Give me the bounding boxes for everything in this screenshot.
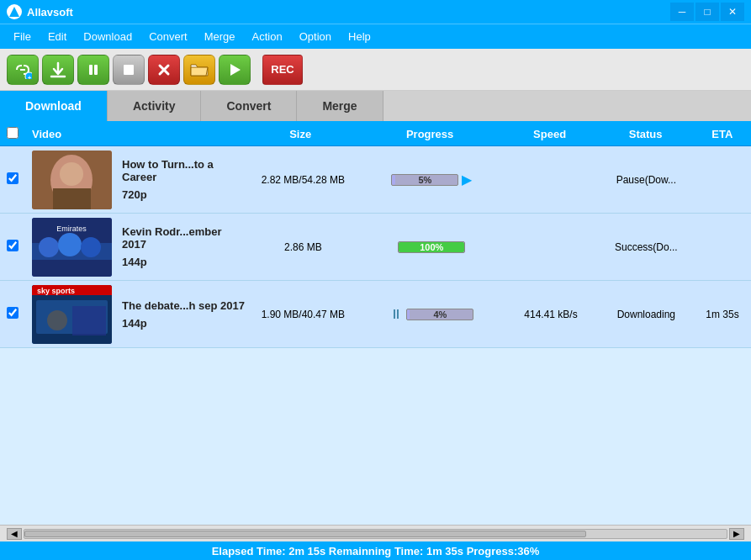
row-1-progress: 5% ▶	[360, 172, 503, 188]
convert-button[interactable]	[219, 55, 251, 85]
menu-edit[interactable]: Edit	[40, 27, 75, 46]
row-1-progress-label: 5%	[392, 175, 457, 185]
download-button[interactable]	[42, 55, 74, 85]
row-1-quality: 720p	[122, 188, 246, 201]
row-3-checkbox[interactable]	[7, 307, 19, 319]
row-3-info: The debate...h sep 2017 144p	[119, 299, 246, 330]
svg-point-17	[39, 237, 59, 257]
scroll-left-button[interactable]: ◀	[7, 528, 22, 540]
row-1-status: Pause(Dow...	[599, 174, 694, 186]
row-3-speed: 414.41 kB/s	[503, 309, 598, 320]
app-icon	[7, 4, 22, 19]
row-3-progress: ⏸ 4%	[360, 307, 503, 322]
horizontal-scrollbar: ◀ ▶	[0, 525, 751, 542]
pause-button[interactable]	[77, 55, 109, 85]
table-row: sky sports The debate...h sep 2017 144p …	[0, 281, 751, 348]
svg-marker-10	[230, 64, 241, 76]
header-eta: ETA	[694, 128, 751, 140]
row-2-progress: 100%	[360, 241, 503, 253]
row-3-thumbnail: sky sports	[32, 285, 112, 344]
delete-button[interactable]	[148, 55, 180, 85]
row-1-play-icon: ▶	[462, 172, 472, 188]
row-1-title: How to Turn...to a Career	[122, 158, 246, 183]
row-1-info: How to Turn...to a Career 720p	[119, 158, 246, 201]
record-button[interactable]: REC	[262, 55, 303, 85]
select-all-checkbox[interactable]	[7, 127, 19, 139]
scroll-thumb[interactable]	[24, 531, 586, 537]
header-size: Size	[243, 128, 358, 140]
row-2-progress-bar: 100%	[398, 241, 465, 253]
menu-convert[interactable]: Convert	[140, 27, 196, 46]
row-2-thumbnail: Emirates	[32, 218, 112, 277]
menu-bar: File Edit Download Convert Merge Action …	[0, 24, 751, 49]
minimize-button[interactable]: ─	[670, 3, 694, 21]
row-2-check[interactable]	[0, 240, 25, 254]
svg-text:+: +	[28, 74, 32, 79]
close-button[interactable]: ✕	[721, 3, 744, 21]
header-status: Status	[598, 128, 694, 140]
content-area	[0, 348, 751, 525]
svg-rect-7	[124, 65, 134, 75]
svg-rect-5	[89, 65, 93, 75]
svg-rect-6	[94, 65, 98, 75]
title-bar: Allavsoft ─ □ ✕	[0, 0, 751, 24]
row-2-progress-label: 100%	[399, 242, 464, 252]
menu-merge[interactable]: Merge	[196, 27, 244, 46]
tab-activity[interactable]: Activity	[108, 91, 202, 121]
row-1-checkbox[interactable]	[7, 172, 19, 184]
svg-rect-13	[53, 188, 91, 209]
header-speed: Speed	[502, 128, 598, 140]
row-3-quality: 144p	[122, 317, 246, 330]
row-1-thumbnail	[32, 151, 112, 209]
menu-option[interactable]: Option	[291, 27, 340, 46]
svg-point-18	[58, 233, 82, 256]
stop-button[interactable]	[113, 55, 145, 85]
toolbar: + REC	[0, 49, 751, 91]
row-3-pause-icon: ⏸	[389, 307, 403, 322]
row-2-status: Success(Do...	[599, 241, 694, 253]
status-bar: Elapsed Time: 2m 15s Remainning Time: 1m…	[0, 542, 751, 560]
svg-point-25	[47, 310, 67, 330]
row-3-title: The debate...h sep 2017	[122, 299, 246, 312]
svg-point-14	[60, 162, 83, 186]
row-1-size: 2.82 MB/54.28 MB	[246, 174, 360, 186]
tab-merge[interactable]: Merge	[297, 91, 383, 121]
add-url-button[interactable]: +	[7, 55, 39, 85]
menu-help[interactable]: Help	[340, 27, 379, 46]
svg-rect-26	[72, 306, 106, 335]
table-header: Video Size Progress Speed Status ETA	[0, 123, 751, 146]
row-1-check[interactable]	[0, 172, 25, 187]
menu-download[interactable]: Download	[75, 27, 140, 46]
row-2-size: 2.86 MB	[246, 241, 360, 253]
header-video: Video	[25, 128, 243, 140]
table-row: How to Turn...to a Career 720p 2.82 MB/5…	[0, 146, 751, 214]
open-folder-button[interactable]	[183, 55, 215, 85]
app-title: Allavsoft	[27, 6, 670, 18]
tab-download[interactable]: Download	[0, 91, 108, 121]
row-3-progress-bar: 4%	[406, 309, 473, 320]
scroll-track[interactable]	[24, 529, 727, 539]
table-row: Emirates Kevin Rodr...ember 2017 144p 2.…	[0, 214, 751, 281]
row-2-info: Kevin Rodr...ember 2017 144p	[119, 225, 246, 268]
menu-file[interactable]: File	[5, 27, 40, 46]
status-text: Elapsed Time: 2m 15s Remainning Time: 1m…	[212, 545, 540, 557]
row-3-check[interactable]	[0, 307, 25, 321]
svg-marker-0	[9, 7, 19, 17]
row-2-checkbox[interactable]	[7, 240, 19, 251]
svg-text:Emirates: Emirates	[56, 225, 87, 233]
row-2-quality: 144p	[122, 256, 246, 268]
row-3-status: Downloading	[599, 309, 694, 320]
header-check	[0, 127, 25, 141]
menu-action[interactable]: Action	[244, 27, 291, 46]
tab-convert[interactable]: Convert	[201, 91, 297, 121]
row-1-progress-bar: 5%	[391, 174, 458, 186]
header-progress: Progress	[358, 128, 502, 140]
scroll-right-button[interactable]: ▶	[729, 528, 744, 540]
row-3-size: 1.90 MB/40.47 MB	[246, 309, 360, 320]
svg-text:sky sports: sky sports	[37, 287, 75, 295]
table-body: How to Turn...to a Career 720p 2.82 MB/5…	[0, 146, 751, 348]
window-controls: ─ □ ✕	[670, 3, 744, 21]
tab-bar: Download Activity Convert Merge	[0, 91, 751, 123]
maximize-button[interactable]: □	[695, 3, 719, 21]
svg-point-19	[81, 237, 101, 257]
